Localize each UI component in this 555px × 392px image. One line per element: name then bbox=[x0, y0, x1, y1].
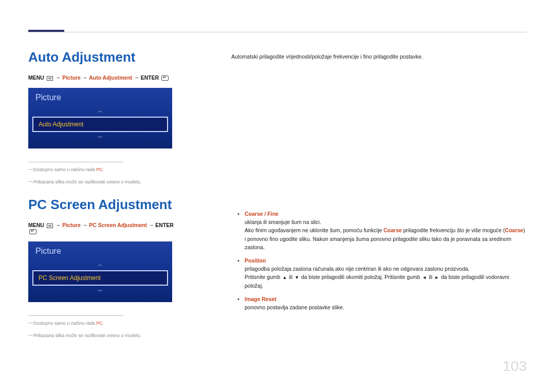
bullet2-text2: Pritisnite gumb ▲ ili ▼ da biste prilago… bbox=[245, 273, 527, 290]
note1-suffix: . bbox=[103, 321, 104, 326]
note1-accent: PC bbox=[97, 321, 103, 326]
p2b: ili bbox=[287, 274, 294, 280]
arrow-icon: → bbox=[82, 74, 89, 81]
enter-icon bbox=[29, 229, 36, 234]
chevron-up-icon: ︿ bbox=[32, 260, 168, 269]
t2c: prilagodite frekvenciju što je više mogu… bbox=[402, 227, 505, 233]
bullet1-text2: Ako finim ugođavanjem ne uklonite šum, p… bbox=[245, 226, 527, 251]
osd2-selected-item: PC Screen Adjustment bbox=[32, 270, 168, 286]
arrow-icon: → bbox=[55, 74, 62, 81]
enter-icon bbox=[161, 76, 169, 81]
t2b: Coarse bbox=[383, 227, 402, 233]
chevron-down-icon: ﹀ bbox=[32, 133, 168, 142]
section1-title: Auto Adjustment bbox=[28, 49, 177, 65]
path-pc-screen: PC Screen Adjustment bbox=[89, 222, 147, 228]
enter-label: ENTER bbox=[141, 74, 159, 81]
bullet3-title: Image Reset bbox=[245, 296, 527, 302]
bullet1-text1: uklanja ili smanjuje šum na slici. bbox=[245, 218, 527, 226]
arrow-icon: → bbox=[134, 74, 140, 81]
t2d: Coarse bbox=[505, 227, 524, 233]
note1-suffix: . bbox=[103, 167, 104, 172]
section1-path: MENU → Picture → Auto Adjustment → ENTER bbox=[28, 74, 177, 81]
bullet2-text1: prilagodba položaja zaslona računala ako… bbox=[245, 265, 527, 273]
enter-label: ENTER bbox=[155, 222, 174, 228]
osd1-title: Picture bbox=[32, 92, 168, 106]
note1-accent: PC bbox=[97, 167, 103, 172]
menu-icon bbox=[47, 76, 53, 81]
triangle-down-icon: ▼ bbox=[294, 274, 299, 282]
chevron-down-icon: ﹀ bbox=[32, 287, 168, 296]
arrow-icon: → bbox=[149, 222, 155, 228]
menu-icon bbox=[47, 223, 53, 228]
path-picture: Picture bbox=[62, 222, 81, 228]
page-number: 103 bbox=[503, 358, 527, 375]
note1-prefix: Dostupno samo u načinu rada bbox=[33, 167, 97, 172]
path-picture: Picture bbox=[62, 74, 81, 81]
section2-note2: Prikazana slika može se razlikovati ovis… bbox=[28, 332, 177, 340]
chevron-up-icon: ︿ bbox=[32, 106, 168, 116]
t2a: Ako finim ugođavanjem ne uklonite šum, p… bbox=[245, 227, 383, 233]
section2-path: MENU → Picture → PC Screen Adjustment → … bbox=[28, 222, 177, 234]
osd1-selected-item: Auto Adjustment bbox=[32, 117, 168, 132]
section1-description: Automatski prilagodite vrijednosti/polož… bbox=[231, 52, 527, 61]
bullet2-title: Position bbox=[245, 257, 527, 264]
right-column-top: Automatski prilagodite vrijednosti/polož… bbox=[231, 52, 527, 61]
note1-prefix: Dostupno samo u načinu rada bbox=[33, 321, 97, 326]
section2-title: PC Screen Adjustment bbox=[28, 197, 177, 213]
left-column: Auto Adjustment MENU → Picture → Auto Ad… bbox=[28, 49, 177, 344]
menu-label: MENU bbox=[28, 222, 44, 228]
osd-menu-2: Picture ︿ PC Screen Adjustment ﹀ bbox=[28, 241, 172, 302]
bullet-coarse-fine: Coarse / Fine uklanja ili smanjuje šum n… bbox=[231, 211, 527, 251]
osd-menu-1: Picture ︿ Auto Adjustment ﹀ bbox=[28, 88, 172, 148]
section1-note1: Dostupno samo u načinu rada PC. bbox=[28, 166, 177, 174]
divider bbox=[28, 162, 123, 162]
path-auto-adjust: Auto Adjustment bbox=[89, 74, 132, 81]
section1-note2: Prikazana slika može se razlikovati ovis… bbox=[28, 179, 177, 186]
bullet-position: Position prilagodba položaja zaslona rač… bbox=[231, 257, 527, 290]
triangle-up-icon: ▲ bbox=[282, 274, 287, 282]
right-column-bottom: Coarse / Fine uklanja ili smanjuje šum n… bbox=[231, 211, 527, 318]
bullet3-text1: ponovno postavlja zadane postavke slike. bbox=[245, 303, 527, 311]
section2-note1: Dostupno samo u načinu rada PC. bbox=[28, 320, 177, 327]
p2d: ili bbox=[428, 274, 434, 280]
p2c: da biste prilagodili okomiti položaj. Pr… bbox=[300, 274, 422, 280]
divider bbox=[28, 315, 123, 316]
bullet-image-reset: Image Reset ponovno postavlja zadane pos… bbox=[231, 296, 527, 311]
triangle-left-icon: ◄ bbox=[422, 274, 427, 282]
triangle-right-icon: ► bbox=[434, 274, 439, 282]
p2a: Pritisnite gumb bbox=[245, 274, 282, 280]
header-accent bbox=[28, 30, 64, 32]
bullet1-title: Coarse / Fine bbox=[245, 211, 527, 217]
osd2-title: Picture bbox=[32, 246, 168, 260]
arrow-icon: → bbox=[82, 222, 89, 228]
menu-label: MENU bbox=[28, 74, 44, 81]
header-divider bbox=[28, 32, 527, 32]
arrow-icon: → bbox=[55, 222, 62, 228]
